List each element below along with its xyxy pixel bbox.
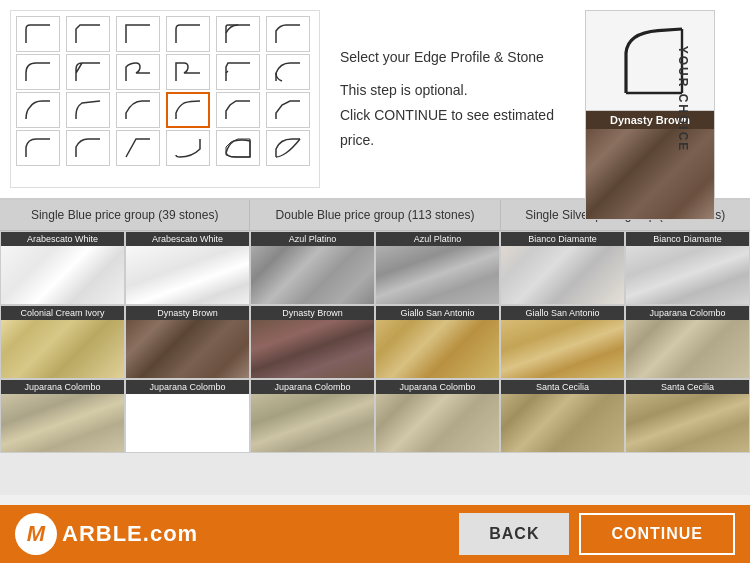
- edge-profile-12[interactable]: [16, 92, 60, 128]
- edge-profile-20[interactable]: [116, 130, 160, 166]
- stone-label: Juparana Colombo: [626, 306, 749, 320]
- instructions-panel: Select your Edge Profile & Stone This st…: [320, 10, 585, 188]
- stone-section: Single Blue price group (39 stones) Doub…: [0, 200, 750, 495]
- stone-label: Arabescato White: [126, 232, 249, 246]
- edge-profile-11[interactable]: [266, 54, 310, 90]
- edge-profile-8[interactable]: [116, 54, 160, 90]
- edge-profile-1[interactable]: [66, 16, 110, 52]
- stone-thumbnail: [626, 246, 749, 304]
- stone-label: Giallo San Antonio: [501, 306, 624, 320]
- stone-thumbnail: [626, 320, 749, 378]
- bottom-bar: M ARBLE.com BACK CONTINUE: [0, 505, 750, 563]
- edge-profile-7[interactable]: [66, 54, 110, 90]
- stone-arabescato-white-2[interactable]: Arabescato White: [125, 231, 250, 305]
- stone-thumbnail: [501, 320, 624, 378]
- stone-giallo-san-antonio-2[interactable]: Giallo San Antonio: [500, 305, 625, 379]
- edge-profile-19[interactable]: [66, 130, 110, 166]
- logo-text: ARBLE.com: [62, 521, 198, 546]
- edge-profile-17[interactable]: [266, 92, 310, 128]
- edge-profile-grid: [10, 10, 320, 188]
- stone-label: Giallo San Antonio: [376, 306, 499, 320]
- choice-stone-name: Dynasty Brown: [586, 111, 714, 129]
- edge-profile-4[interactable]: [216, 16, 260, 52]
- stone-label: Juparana Colombo: [376, 380, 499, 394]
- price-group-single-blue: Single Blue price group (39 stones): [0, 200, 250, 230]
- top-section: Select your Edge Profile & Stone This st…: [0, 0, 750, 200]
- edge-profile-9[interactable]: [166, 54, 210, 90]
- stone-thumbnail: [1, 246, 124, 304]
- your-choice-panel: Dynasty Brown: [585, 10, 715, 220]
- stone-azul-platino-2[interactable]: Azul Platino: [375, 231, 500, 305]
- stone-juparana-colombo-3[interactable]: Juparana Colombo: [125, 379, 250, 453]
- stone-juparana-colombo-5[interactable]: Juparana Colombo: [375, 379, 500, 453]
- stone-thumbnail: [126, 246, 249, 304]
- stone-thumbnail: [501, 246, 624, 304]
- stone-thumbnail: [251, 320, 374, 378]
- stone-label: Dynasty Brown: [126, 306, 249, 320]
- stone-thumbnail: [126, 394, 249, 452]
- price-group-double-blue: Double Blue price group (113 stones): [250, 200, 500, 230]
- logo-text-container: ARBLE.com: [62, 521, 198, 547]
- edge-grid: [16, 16, 314, 166]
- stone-thumbnail: [251, 246, 374, 304]
- instruction-line1: Select your Edge Profile & Stone: [340, 45, 565, 70]
- edge-profile-16[interactable]: [216, 92, 260, 128]
- edge-profile-15-selected[interactable]: [166, 92, 210, 128]
- stone-label: Colonial Cream Ivory: [1, 306, 124, 320]
- stone-label: Santa Cecilia: [501, 380, 624, 394]
- stone-thumbnail: [376, 320, 499, 378]
- edge-profile-10[interactable]: [216, 54, 260, 90]
- edge-profile-13[interactable]: [66, 92, 110, 128]
- stone-juparana-colombo-1[interactable]: Juparana Colombo: [625, 305, 750, 379]
- edge-profile-3[interactable]: [166, 16, 210, 52]
- stone-arabescato-white-1[interactable]: Arabescato White: [0, 231, 125, 305]
- edge-profile-22[interactable]: [216, 130, 260, 166]
- logo-icon: M: [15, 513, 57, 555]
- stone-giallo-san-antonio-1[interactable]: Giallo San Antonio: [375, 305, 500, 379]
- logo-area: M ARBLE.com: [15, 513, 198, 555]
- stone-juparana-colombo-4[interactable]: Juparana Colombo: [250, 379, 375, 453]
- stone-thumbnail: [1, 320, 124, 378]
- edge-profile-18[interactable]: [16, 130, 60, 166]
- stone-thumbnail: [251, 394, 374, 452]
- edge-profile-14[interactable]: [116, 92, 160, 128]
- stone-bianco-diamante-1[interactable]: Bianco Diamante: [500, 231, 625, 305]
- stone-thumbnail: [1, 394, 124, 452]
- back-button[interactable]: BACK: [459, 513, 569, 555]
- stone-thumbnail: [626, 394, 749, 452]
- instruction-line3: Click CONTINUE to see estimated price.: [340, 103, 565, 153]
- stone-thumbnail: [376, 246, 499, 304]
- your-choice-container: Dynasty Brown YOUR CHOICE: [585, 10, 715, 188]
- stone-label: Juparana Colombo: [126, 380, 249, 394]
- stone-santa-cecilia-1[interactable]: Santa Cecilia: [500, 379, 625, 453]
- stone-label: Azul Platino: [251, 232, 374, 246]
- stone-dynasty-brown-2[interactable]: Dynasty Brown: [250, 305, 375, 379]
- stone-azul-platino-1[interactable]: Azul Platino: [250, 231, 375, 305]
- stone-label: Santa Cecilia: [626, 380, 749, 394]
- edge-profile-23[interactable]: [266, 130, 310, 166]
- stone-label: Juparana Colombo: [251, 380, 374, 394]
- stone-bianco-diamante-2[interactable]: Bianco Diamante: [625, 231, 750, 305]
- logo-letter: M: [27, 521, 45, 547]
- stone-thumbnail: [376, 394, 499, 452]
- edge-profile-0[interactable]: [16, 16, 60, 52]
- stone-label: Bianco Diamante: [626, 232, 749, 246]
- edge-profile-2[interactable]: [116, 16, 160, 52]
- stone-label: Bianco Diamante: [501, 232, 624, 246]
- edge-profile-6[interactable]: [16, 54, 60, 90]
- stone-dynasty-brown-1[interactable]: Dynasty Brown: [125, 305, 250, 379]
- your-choice-label: YOUR CHOICE: [677, 46, 691, 153]
- stone-label: Juparana Colombo: [1, 380, 124, 394]
- edge-profile-5[interactable]: [266, 16, 310, 52]
- stone-grid: Arabescato White Arabescato White Azul P…: [0, 231, 750, 453]
- stone-label: Arabescato White: [1, 232, 124, 246]
- stone-colonial-cream[interactable]: Colonial Cream Ivory: [0, 305, 125, 379]
- choice-stone-thumbnail: [586, 129, 714, 219]
- edge-profile-21[interactable]: [166, 130, 210, 166]
- stone-label: Azul Platino: [376, 232, 499, 246]
- stone-santa-cecilia-2[interactable]: Santa Cecilia: [625, 379, 750, 453]
- stone-thumbnail: [126, 320, 249, 378]
- stone-juparana-colombo-2[interactable]: Juparana Colombo: [0, 379, 125, 453]
- nav-buttons: BACK CONTINUE: [459, 513, 735, 555]
- continue-button[interactable]: CONTINUE: [579, 513, 735, 555]
